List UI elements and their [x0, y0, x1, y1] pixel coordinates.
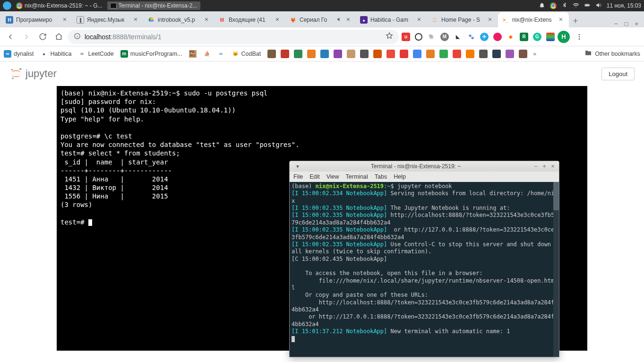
clock[interactable]: 11 ноя, 15:03 — [607, 2, 641, 9]
logout-button[interactable]: Logout — [601, 68, 635, 80]
bookmark-icon[interactable] — [360, 50, 369, 58]
terminal-titlebar[interactable]: ▾ Terminal - nix@nix-Extensa-2519: ~ − +… — [290, 161, 559, 172]
bookmark-icon[interactable] — [466, 50, 474, 58]
bookmark-item[interactable]: ⬥ Habitica — [40, 50, 71, 58]
scrollbar[interactable] — [553, 182, 559, 357]
bookmark-icon[interactable] — [479, 50, 488, 58]
jupyter-logo[interactable]: jupyter — [9, 67, 57, 80]
bookmark-item[interactable]: ‹› LeetCode — [78, 50, 114, 58]
bookmark-icon[interactable] — [307, 50, 316, 58]
chrome-tray-icon[interactable] — [550, 2, 557, 9]
ext-icon[interactable]: R — [520, 33, 528, 41]
svg-point-5 — [579, 36, 580, 37]
ext-telegram-icon[interactable]: ✈ — [480, 33, 489, 41]
back-button[interactable] — [4, 30, 17, 43]
close-tab-button[interactable] — [558, 17, 565, 23]
bookmark-icon[interactable] — [439, 50, 448, 58]
ext-icon[interactable]: ◣ — [454, 33, 462, 41]
star-icon[interactable] — [386, 32, 393, 41]
close-tab-button[interactable] — [417, 17, 423, 23]
close-tab-button[interactable] — [62, 17, 69, 23]
bookmark-icon[interactable] — [426, 50, 435, 58]
ext-icon[interactable] — [493, 33, 502, 41]
window-close-button[interactable]: × — [635, 20, 638, 27]
menu-item[interactable]: Help — [394, 173, 406, 180]
browser-tab[interactable]: Home Page - S — [427, 12, 498, 27]
bookmark-item[interactable]: 🐱 CodBat — [232, 50, 261, 58]
browser-tab[interactable]: ⬥ Habitica - Gam — [356, 12, 427, 27]
menu-item[interactable]: Tabs — [375, 173, 387, 180]
browser-tab[interactable]: H Программиро — [2, 12, 73, 27]
bookmark-icon[interactable] — [373, 50, 382, 58]
menu-item[interactable]: View — [326, 173, 339, 180]
bookmark-icon[interactable] — [320, 50, 329, 58]
ext-icon[interactable]: M — [440, 33, 449, 41]
taskbar-item-chrome[interactable]: nix@nix-Extensa-2519: ~ - G... — [13, 1, 105, 10]
bookmark-item[interactable]: ∞ dynalist — [4, 50, 34, 58]
ext-icon[interactable] — [546, 33, 555, 41]
other-bookmarks[interactable]: Other bookmarks — [584, 49, 640, 58]
maximize-button[interactable]: + — [541, 163, 548, 170]
browser-tab[interactable]: 🦊 Сериал Го — [285, 12, 356, 27]
bookmark-icon[interactable] — [506, 50, 514, 58]
bookmark-icon[interactable] — [386, 50, 395, 58]
bell-icon[interactable] — [539, 2, 545, 10]
bookmark-icon[interactable] — [294, 50, 302, 58]
window-maximize-button[interactable]: □ — [625, 20, 628, 27]
bookmark-icon[interactable] — [400, 50, 408, 58]
taskbar-item-terminal[interactable]: Terminal - nix@nix-Extensa-2... — [107, 1, 200, 10]
reload-button[interactable] — [36, 30, 49, 43]
close-tab-button[interactable] — [346, 17, 352, 23]
bookmark-icon[interactable] — [492, 50, 501, 58]
bluetooth-icon[interactable] — [561, 2, 568, 10]
browser-tab[interactable]: >_ nix@nix-Extens — [498, 12, 569, 27]
menu-item[interactable]: Terminal — [346, 173, 368, 180]
volume-icon[interactable] — [595, 2, 602, 10]
bookmark-item[interactable]: ∞ — [217, 50, 225, 58]
bookmark-item[interactable]: m musicForProgram... — [120, 50, 182, 58]
bookmark-icon[interactable] — [334, 50, 342, 58]
ext-icon[interactable]: 🐾 — [467, 33, 475, 41]
scrollbar-thumb[interactable] — [553, 182, 559, 210]
ext-grammarly-icon[interactable]: G — [533, 33, 541, 41]
ext-evernote-icon[interactable]: 🐘 — [427, 33, 436, 41]
bookmark-icon[interactable] — [347, 50, 355, 58]
home-button[interactable] — [52, 30, 65, 43]
browser-tab[interactable]: introbook_v5.p — [144, 12, 215, 27]
window-minimize-button[interactable]: − — [614, 20, 618, 27]
close-tab-button[interactable] — [275, 17, 282, 23]
ext-ublock-icon[interactable]: u — [402, 33, 410, 41]
overflow-button[interactable]: » — [533, 51, 536, 57]
menu-item[interactable]: Edit — [309, 173, 320, 180]
ext-icon[interactable]: ◆ — [507, 33, 515, 41]
wifi-icon[interactable] — [573, 2, 579, 10]
close-tab-button[interactable] — [488, 17, 494, 23]
browser-tab[interactable]: M Входящие (41 — [215, 12, 285, 27]
minimize-button[interactable]: − — [532, 163, 539, 170]
bookmark-icon[interactable] — [267, 50, 276, 58]
new-tab-button[interactable] — [569, 14, 582, 27]
battery-icon[interactable] — [584, 2, 591, 10]
terminal-body[interactable]: (base) nix@nix-Extensa-2519:~$ jupyter n… — [290, 182, 559, 357]
menu-button[interactable] — [573, 30, 586, 43]
bookmark-icon[interactable] — [413, 50, 421, 58]
profile-avatar[interactable]: Н — [558, 31, 570, 43]
bookmark-icon[interactable] — [453, 50, 461, 58]
window-menu-icon[interactable]: ▾ — [294, 163, 301, 170]
close-tab-button[interactable] — [133, 17, 140, 23]
bookmark-item[interactable]: ⛵ — [203, 50, 211, 58]
address-bar[interactable]: localhost:8888/terminals/1 — [68, 30, 399, 44]
menu-item[interactable]: File — [293, 173, 303, 180]
close-tab-button[interactable] — [204, 17, 211, 23]
site-info-icon[interactable] — [74, 33, 81, 41]
bookmark-item[interactable]: PERU — [189, 50, 197, 58]
bookmark-icon[interactable] — [519, 50, 527, 58]
forward-button[interactable] — [20, 30, 33, 43]
browser-tab[interactable]: ∥ Яндекс.Музык — [73, 12, 144, 27]
close-button[interactable]: × — [550, 163, 556, 170]
ext-icon[interactable] — [415, 33, 422, 41]
audio-playing-icon[interactable] — [336, 17, 343, 23]
tab-favicon: M — [218, 16, 226, 24]
app-menu-icon[interactable] — [3, 1, 11, 10]
bookmark-icon[interactable] — [281, 50, 289, 58]
